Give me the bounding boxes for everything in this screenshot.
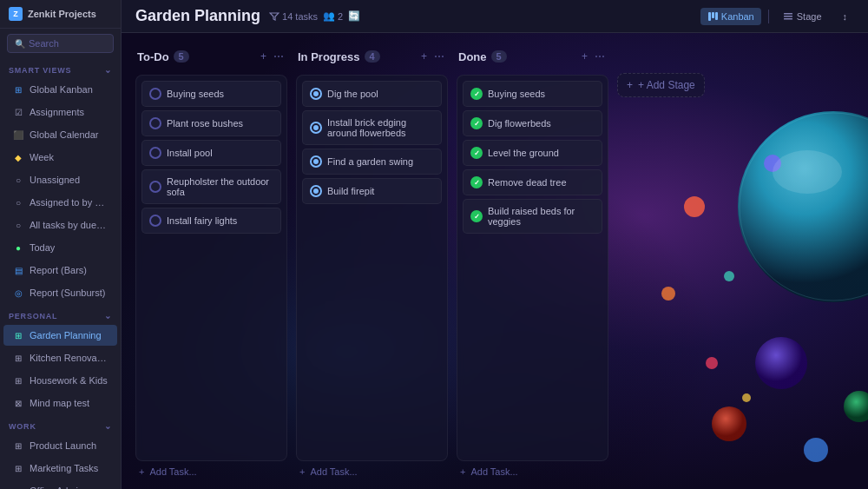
table-row[interactable]: Plant rose bushes [141,110,281,136]
sidebar-item-kitchen-renovation[interactable]: ⊞ Kitchen Renovation [3,347,117,368]
person-count-badge[interactable]: 👥 2 [323,10,343,22]
assignments-icon: ☑ [12,106,24,118]
stage-view-button[interactable]: Stage [776,8,829,25]
sidebar-header: Z Zenkit Projects [0,0,121,29]
sidebar-item-assignments[interactable]: ☑ Assignments [3,102,117,122]
sidebar-item-all-tasks[interactable]: ○ All tasks by due date w/o completed [3,215,117,235]
done-column-header: Done 5 + ⋯ [457,43,608,69]
todo-count: 5 [174,50,189,63]
add-stage-icon: + [627,79,633,91]
kanban-icon: ⊞ [12,83,24,96]
table-row[interactable]: Dig the pool [302,81,442,107]
search-icon: 🔍 [15,39,25,49]
done-menu-button[interactable]: ⋯ [593,49,607,64]
svg-point-24 [742,393,751,402]
sidebar-item-housework-kids[interactable]: ⊞ Housework & Kids [3,370,117,391]
task-status-circle [470,176,483,188]
add-stage-button[interactable]: + + Add Stage [617,73,705,97]
add-stage-label: + Add Stage [638,79,695,91]
task-status-circle [310,122,322,134]
kanban-view-button[interactable]: Kanban [700,8,761,25]
add-task-icon: + [460,466,465,477]
in-progress-add-button[interactable]: + [419,49,429,64]
task-label: Reupholster the outdoor sofa [167,176,273,197]
kanban-view-icon [707,11,718,22]
table-row[interactable]: Level the ground [463,140,602,166]
collapse-personal-icon[interactable]: ⌄ [104,311,112,320]
personal-header: PERSONAL ⌄ [0,304,121,324]
table-row[interactable]: Dig flowerbeds [463,110,602,136]
add-task-label: Add Task... [149,466,196,477]
search-input[interactable] [29,38,106,49]
in-progress-menu-button[interactable]: ⋯ [432,49,446,64]
todo-menu-button[interactable]: ⋯ [272,49,286,64]
task-status-circle [149,181,161,193]
board-area: To-Do 5 + ⋯ Buying seeds Plant rose bush… [122,33,868,489]
table-row[interactable]: Build firepit [302,178,442,204]
add-task-label: Add Task... [470,466,517,477]
product-launch-icon: ⊞ [12,439,24,452]
done-column-actions: + ⋯ [580,49,607,64]
task-status-circle [310,88,322,100]
sidebar-item-marketing-tasks[interactable]: ⊞ Marketing Tasks [3,458,117,479]
table-row[interactable]: Find a garden swing [302,149,442,175]
task-status-circle [149,88,161,100]
add-task-row[interactable]: + Add Task... [135,461,287,479]
table-row[interactable]: Install brick edging around flowerbeds [302,110,442,145]
table-row[interactable]: Build raised beds for veggies [463,199,602,234]
sidebar-item-report-bars[interactable]: ▤ Report (Bars) [3,260,117,281]
task-status-circle [470,147,483,159]
add-task-row-inprogress[interactable]: + Add Task... [296,461,448,479]
view-divider [768,10,769,23]
task-status-circle [310,155,322,168]
task-status-circle [470,210,483,222]
unassigned-icon: ○ [12,174,24,186]
table-row[interactable]: Install pool [141,140,281,166]
todo-add-button[interactable]: + [259,49,268,64]
sidebar-item-today[interactable]: ● Today [3,237,117,258]
sidebar-item-week[interactable]: ◆ Week [3,147,117,168]
task-status-circle [470,88,483,100]
svg-rect-0 [708,12,711,21]
sidebar-item-mind-map[interactable]: ⊠ Mind map test [3,393,117,413]
add-task-row-done[interactable]: + Add Task... [457,461,608,479]
done-add-button[interactable]: + [580,49,589,64]
sidebar-item-assigned-due-date[interactable]: ○ Assigned to by Due Date [3,192,117,213]
sidebar-item-unassigned[interactable]: ○ Unassigned [3,169,117,190]
sidebar-item-office-admin[interactable]: ○ Office Admin [3,480,117,489]
housework-icon: ⊞ [12,374,24,387]
task-status-circle [310,185,322,197]
sidebar-item-report-sunburst[interactable]: ◎ Report (Sunburst) [3,282,117,303]
collapse-smart-views-icon[interactable]: ⌄ [104,65,112,75]
table-row[interactable]: Buying seeds [463,81,602,107]
table-row[interactable]: Install fairy lights [141,208,281,234]
report-sunburst-icon: ◎ [12,287,24,299]
in-progress-column-header: In Progress 4 + ⋯ [296,43,448,69]
task-label: Install fairy lights [167,215,237,226]
svg-point-19 [804,438,828,462]
search-bar[interactable]: 🔍 [7,34,114,53]
todo-column-header: To-Do 5 + ⋯ [135,43,287,69]
mindmap-icon: ⊠ [12,397,24,409]
collapse-work-icon[interactable]: ⌄ [104,421,112,431]
table-row[interactable]: Buying seeds [141,81,281,107]
sidebar-item-global-kanban[interactable]: ⊞ Global Kanban [3,79,117,100]
work-header: WORK ⌄ [0,414,121,434]
column-in-progress: In Progress 4 + ⋯ Dig the pool Install b… [296,43,448,479]
table-row[interactable]: Remove dead tree [463,169,602,195]
main-content: Garden Planning 14 tasks 👥 2 🔄 Kanban [122,0,868,489]
sort-button[interactable]: ↕ [836,8,855,25]
sidebar-item-global-calendar[interactable]: ⬛ Global Calendar [3,124,117,145]
marketing-icon: ⊞ [12,462,24,474]
filter-badge[interactable]: 14 tasks [269,11,318,22]
header-badges: 14 tasks 👥 2 🔄 [269,10,360,22]
refresh-badge[interactable]: 🔄 [348,10,360,22]
app-title: Zenkit Projects [28,9,96,19]
in-progress-column-title: In Progress 4 [298,50,380,63]
sidebar-item-garden-planning[interactable]: ⊞ Garden Planning [3,325,117,346]
sidebar-item-product-launch[interactable]: ⊞ Product Launch [3,435,117,456]
table-row[interactable]: Reupholster the outdoor sofa [141,169,281,204]
svg-point-23 [706,357,718,369]
main-header: Garden Planning 14 tasks 👥 2 🔄 Kanban [122,0,868,33]
app-logo: Z [9,7,23,21]
